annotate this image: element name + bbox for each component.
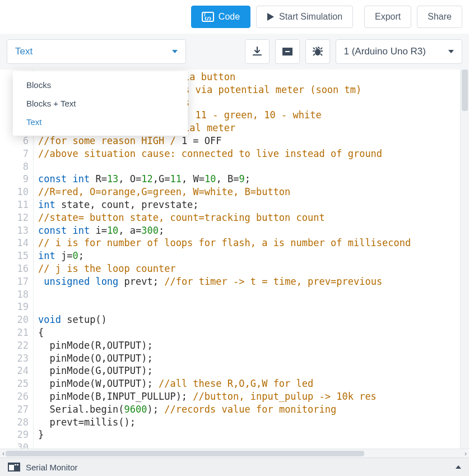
device-dropdown[interactable]: 1 (Arduino Uno R3) xyxy=(336,39,462,64)
svg-rect-4 xyxy=(9,465,14,470)
library-button[interactable] xyxy=(275,39,300,64)
view-mode-menu: Blocks Blocks + Text Text xyxy=(13,71,188,136)
share-button[interactable]: Share xyxy=(417,6,462,28)
view-mode-dropdown[interactable]: Text xyxy=(7,39,186,64)
serial-monitor-icon xyxy=(8,463,20,472)
export-button[interactable]: Export xyxy=(364,6,411,28)
chevron-down-icon xyxy=(448,50,454,53)
editor-toolbar: Text 1 (Arduino Uno R3) xyxy=(0,34,469,70)
code-button-label: Code xyxy=(219,12,240,22)
debug-button[interactable] xyxy=(305,39,330,64)
play-icon xyxy=(267,12,275,21)
scroll-left-icon[interactable]: ‹ xyxy=(1,450,6,457)
bug-icon xyxy=(312,46,324,57)
share-label: Share xyxy=(428,12,452,22)
view-mode-selected: Text xyxy=(15,46,32,57)
svg-rect-5 xyxy=(15,464,16,465)
svg-point-2 xyxy=(315,49,321,56)
chevron-up-icon xyxy=(456,465,461,469)
download-button[interactable] xyxy=(245,39,270,64)
export-label: Export xyxy=(375,12,401,22)
vertical-scrollbar[interactable] xyxy=(460,70,469,449)
top-toolbar: Code Start Simulation Export Share xyxy=(0,0,469,34)
code-icon xyxy=(202,12,214,22)
view-mode-option-blocks[interactable]: Blocks xyxy=(13,76,188,94)
view-mode-option-text[interactable]: Text xyxy=(13,113,188,131)
scroll-right-icon[interactable]: › xyxy=(463,450,468,457)
serial-monitor-bar[interactable]: Serial Monitor xyxy=(0,457,469,476)
hscroll-thumb[interactable] xyxy=(6,451,364,456)
inbox-icon xyxy=(281,47,294,57)
device-selected: 1 (Arduino Uno R3) xyxy=(344,46,426,57)
start-simulation-label: Start Simulation xyxy=(279,12,342,22)
download-icon xyxy=(252,46,263,57)
svg-rect-1 xyxy=(285,51,290,52)
svg-rect-6 xyxy=(17,464,18,465)
code-button[interactable]: Code xyxy=(191,6,250,28)
view-mode-option-blocks-text[interactable]: Blocks + Text xyxy=(13,94,188,113)
serial-monitor-label: Serial Monitor xyxy=(26,463,78,472)
horizontal-scrollbar[interactable]: ‹ › xyxy=(0,449,469,457)
vscroll-thumb[interactable] xyxy=(462,70,468,111)
chevron-down-icon xyxy=(172,50,178,53)
start-simulation-button[interactable]: Start Simulation xyxy=(256,6,353,28)
